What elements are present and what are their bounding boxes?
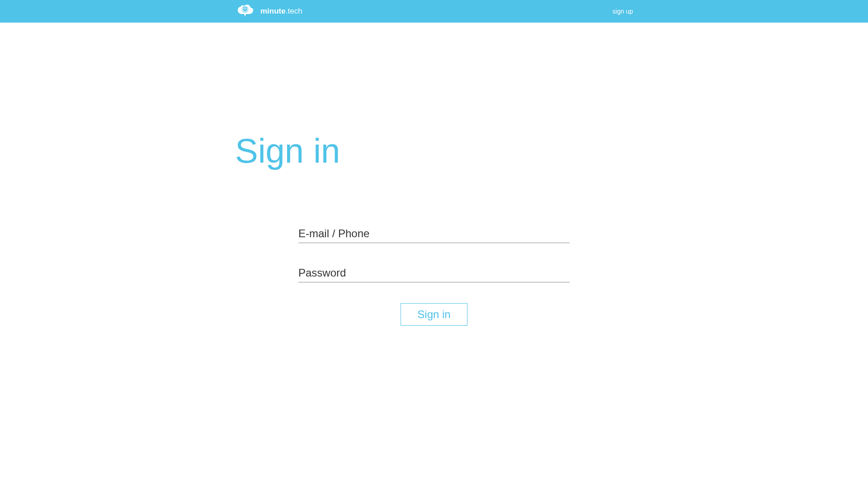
header: minute.tech sign up: [0, 0, 868, 23]
email-input-group: [298, 225, 570, 243]
page-title: Sign in: [235, 131, 633, 170]
logo-text-light: .tech: [286, 7, 302, 15]
logo-text-bold: minute: [260, 7, 286, 15]
password-input-group: [298, 264, 570, 282]
logo-text: minute.tech: [260, 7, 302, 16]
logo[interactable]: minute.tech: [235, 3, 302, 19]
header-content: minute.tech sign up: [235, 3, 633, 19]
signup-link[interactable]: sign up: [613, 8, 633, 15]
email-field[interactable]: [298, 225, 570, 243]
main-content: Sign in Sign in: [235, 23, 633, 326]
password-field[interactable]: [298, 264, 570, 282]
cloud-power-icon: [235, 3, 255, 19]
signin-form: Sign in: [298, 225, 570, 326]
signin-button[interactable]: Sign in: [401, 303, 467, 326]
